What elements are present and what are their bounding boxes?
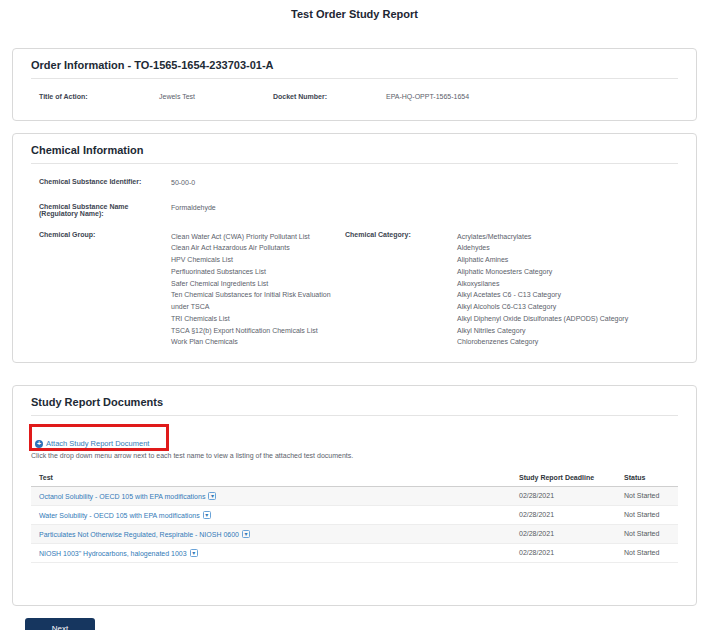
- chemical-group-item: Perfluorinated Substances List: [171, 266, 337, 278]
- page-title: Test Order Study Report: [0, 8, 709, 20]
- chemical-category-item: Aldehydes: [457, 242, 678, 254]
- test-cell: Particulates Not Otherwise Regulated, Re…: [31, 525, 511, 543]
- test-link[interactable]: Octanol Solubility - OECD 105 with EPA m…: [39, 492, 216, 500]
- docket-number-value: EPA-HQ-OPPT-1565-1654: [386, 93, 678, 100]
- test-link[interactable]: NIOSH 1003" Hydrocarbons, halogenated 10…: [39, 549, 198, 557]
- instruction-text: Click the drop down menu arrow next to e…: [31, 452, 678, 459]
- title-of-action-value: Jewels Test: [159, 93, 273, 100]
- deadline-cell: 02/28/2021: [511, 525, 616, 543]
- chemical-category-item: Chlorobenzenes Category: [457, 336, 678, 348]
- chemical-category-item: Aliphatic Amines: [457, 254, 678, 266]
- table-row: Particulates Not Otherwise Regulated, Re…: [31, 525, 678, 544]
- study-report-documents-heading: Study Report Documents: [31, 396, 678, 416]
- panel-spacer: [31, 563, 678, 591]
- chemical-group-item: Ten Chemical Substances for Initial Risk…: [171, 289, 337, 313]
- next-button[interactable]: Next: [25, 618, 95, 630]
- chemical-category-item: Alkyl Alcohols C6-C13 Category: [457, 301, 678, 313]
- chemical-group-item: TRI Chemicals List: [171, 313, 337, 325]
- test-cell: Octanol Solubility - OECD 105 with EPA m…: [31, 487, 511, 505]
- test-link-label: Particulates Not Otherwise Regulated, Re…: [39, 531, 239, 538]
- table-header-row: Test Study Report Deadline Status: [31, 469, 678, 487]
- study-report-documents-panel: Study Report Documents Attach Study Repo…: [12, 385, 697, 606]
- chemical-name-row: Chemical Substance Name (Regulatory Name…: [31, 203, 678, 217]
- chemical-group-item: Clean Air Act Hazardous Air Pollutants: [171, 242, 337, 254]
- chemical-category-label: Chemical Category:: [345, 231, 449, 238]
- status-cell: Not Started: [616, 544, 678, 562]
- chemical-group-item: HPV Chemicals List: [171, 254, 337, 266]
- deadline-cell: 02/28/2021: [511, 544, 616, 562]
- chemical-category-item: Alkyl Acetates C6 - C13 Category: [457, 289, 678, 301]
- order-information-panel: Order Information - TO-1565-1654-233703-…: [12, 48, 697, 121]
- test-cell: NIOSH 1003" Hydrocarbons, halogenated 10…: [31, 544, 511, 562]
- attach-study-report-document-button[interactable]: Attach Study Report Document: [35, 439, 149, 448]
- chemical-group-item: TSCA §12(b) Export Notification Chemical…: [171, 325, 337, 337]
- caret-square-down-icon[interactable]: [203, 511, 211, 519]
- title-of-action-label: Title of Action:: [39, 93, 159, 100]
- page: Test Order Study Report Order Informatio…: [0, 0, 709, 630]
- order-information-heading: Order Information - TO-1565-1654-233703-…: [31, 59, 678, 79]
- chemical-substance-identifier-label: Chemical Substance Identifier:: [39, 178, 163, 189]
- table-row: Water Solubility - OECD 105 with EPA mod…: [31, 506, 678, 525]
- chemical-group-item: Work Plan Chemicals: [171, 336, 337, 348]
- chemical-group-item: Clean Water Act (CWA) Priority Pollutant…: [171, 231, 337, 243]
- attach-study-report-document-label: Attach Study Report Document: [46, 439, 149, 448]
- test-cell: Water Solubility - OECD 105 with EPA mod…: [31, 506, 511, 524]
- chemical-group-category-row: Chemical Group: Clean Water Act (CWA) Pr…: [31, 231, 678, 349]
- test-link-label: Octanol Solubility - OECD 105 with EPA m…: [39, 493, 205, 500]
- chemical-group-list: Clean Water Act (CWA) Priority Pollutant…: [171, 231, 337, 349]
- test-link-label: NIOSH 1003" Hydrocarbons, halogenated 10…: [39, 550, 187, 557]
- plus-circle-icon: [35, 440, 43, 448]
- caret-square-down-icon[interactable]: [190, 549, 198, 557]
- test-link[interactable]: Water Solubility - OECD 105 with EPA mod…: [39, 511, 211, 519]
- table-row: Octanol Solubility - OECD 105 with EPA m…: [31, 487, 678, 506]
- order-fields: Title of Action: Jewels Test Docket Numb…: [31, 79, 678, 106]
- docket-number-label: Docket Number:: [273, 93, 386, 100]
- column-header-test: Test: [31, 469, 511, 486]
- column-header-status: Status: [616, 469, 678, 486]
- chemical-category-item: Alkyl Diphenyl Oxide Disulfonates (ADPOD…: [457, 313, 678, 325]
- study-report-table: Test Study Report Deadline Status Octano…: [31, 469, 678, 563]
- chemical-category-item: Acrylates/Methacrylates: [457, 231, 678, 243]
- chemical-category-item: Aliphatic Monoesters Category: [457, 266, 678, 278]
- table-row: NIOSH 1003" Hydrocarbons, halogenated 10…: [31, 544, 678, 563]
- chemical-category-item: Alkyl Nitriles Category: [457, 325, 678, 337]
- attach-study-report-wrap: Attach Study Report Document: [35, 430, 678, 446]
- status-cell: Not Started: [616, 506, 678, 524]
- caret-square-down-icon[interactable]: [242, 530, 250, 538]
- chemical-identifier-row: Chemical Substance Identifier: 50-00-0: [31, 178, 678, 189]
- chemical-category-item: Alkoxysilanes: [457, 278, 678, 290]
- chemical-information-panel: Chemical Information Chemical Substance …: [12, 133, 697, 363]
- test-link-label: Water Solubility - OECD 105 with EPA mod…: [39, 512, 200, 519]
- deadline-cell: 02/28/2021: [511, 487, 616, 505]
- chemical-category-list: Acrylates/MethacrylatesAldehydesAliphati…: [457, 231, 678, 349]
- chemical-substance-name-label: Chemical Substance Name (Regulatory Name…: [39, 203, 163, 217]
- caret-square-down-icon[interactable]: [208, 492, 216, 500]
- chemical-substance-name-value: Formaldehyde: [171, 203, 678, 217]
- deadline-cell: 02/28/2021: [511, 506, 616, 524]
- chemical-information-heading: Chemical Information: [31, 144, 678, 164]
- table-body: Octanol Solubility - OECD 105 with EPA m…: [31, 487, 678, 563]
- status-cell: Not Started: [616, 525, 678, 543]
- chemical-group-item: Safer Chemical Ingredients List: [171, 278, 337, 290]
- status-cell: Not Started: [616, 487, 678, 505]
- test-link[interactable]: Particulates Not Otherwise Regulated, Re…: [39, 530, 250, 538]
- chemical-group-label: Chemical Group:: [39, 231, 163, 238]
- chemical-substance-identifier-value: 50-00-0: [171, 178, 678, 189]
- column-header-deadline: Study Report Deadline: [511, 469, 616, 486]
